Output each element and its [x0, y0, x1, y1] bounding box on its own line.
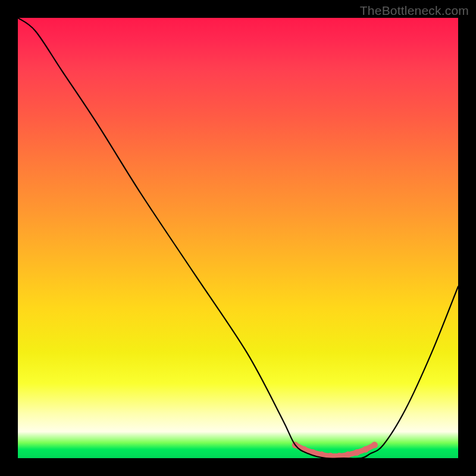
marker-dot	[301, 446, 308, 453]
plot-area	[18, 18, 458, 458]
marker-dot	[345, 452, 352, 458]
curve-layer	[18, 18, 458, 458]
marker-group	[292, 441, 378, 458]
marker-dot	[292, 441, 299, 448]
marker-dot	[353, 449, 360, 456]
marker-dot	[318, 452, 325, 458]
marker-dot	[309, 449, 316, 456]
marker-line	[295, 445, 374, 456]
bottleneck-curve	[18, 18, 458, 458]
chart-container: TheBottleneck.com	[0, 0, 476, 476]
watermark-text: TheBottleneck.com	[360, 4, 469, 18]
marker-dot	[371, 441, 378, 448]
marker-dot	[327, 453, 334, 458]
marker-dot	[362, 446, 369, 453]
marker-dot	[336, 453, 343, 458]
